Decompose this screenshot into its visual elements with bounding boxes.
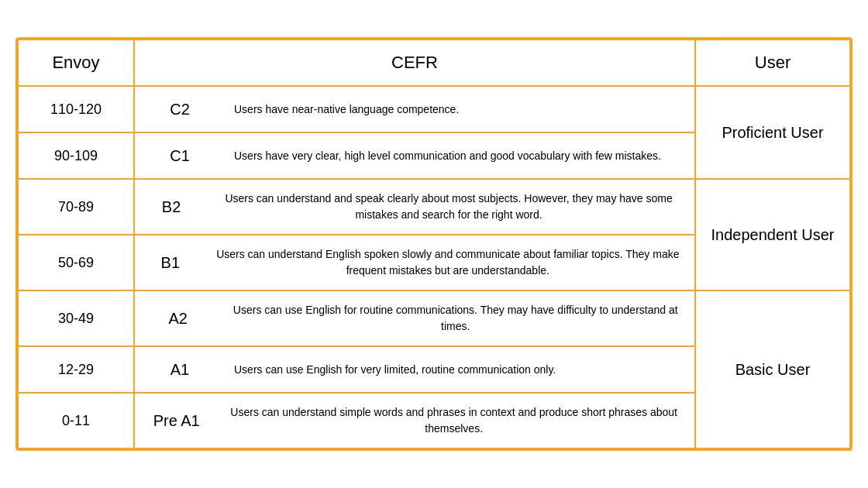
cell-envoy: 70-89 bbox=[18, 179, 134, 235]
cefr-description: Users have near-native language competen… bbox=[234, 101, 459, 118]
table-row: 110-120C2Users have near-native language… bbox=[18, 86, 850, 132]
cell-envoy: 90-109 bbox=[18, 132, 134, 179]
cefr-level: A2 bbox=[149, 307, 208, 330]
cefr-description: Users have very clear, high level commun… bbox=[234, 148, 661, 164]
cell-user-group: Basic User bbox=[695, 290, 850, 448]
cell-user-group: Proficient User bbox=[695, 86, 850, 179]
cell-cefr: B1Users can understand English spoken sl… bbox=[134, 235, 695, 290]
table-row: 70-89B2Users can understand and speak cl… bbox=[18, 179, 850, 235]
cefr-level: B2 bbox=[149, 195, 194, 218]
header-envoy: Envoy bbox=[18, 40, 134, 87]
cefr-level: C1 bbox=[149, 144, 211, 167]
cefr-description: Users can use English for routine commun… bbox=[231, 302, 680, 335]
cell-cefr: C1Users have very clear, high level comm… bbox=[134, 132, 695, 179]
cefr-level: C2 bbox=[149, 98, 211, 121]
header-row: Envoy CEFR User bbox=[18, 40, 850, 87]
header-cefr: CEFR bbox=[134, 40, 695, 87]
cefr-table: Envoy CEFR User 110-120C2Users have near… bbox=[16, 37, 852, 452]
cell-cefr: Pre A1Users can understand simple words … bbox=[134, 393, 695, 448]
main-table: Envoy CEFR User 110-120C2Users have near… bbox=[17, 39, 851, 450]
cell-cefr: B2Users can understand and speak clearly… bbox=[134, 179, 695, 235]
cefr-level: B1 bbox=[149, 251, 192, 274]
header-user: User bbox=[695, 40, 850, 87]
cell-envoy: 30-49 bbox=[18, 290, 134, 346]
cell-cefr: A1Users can use English for very limited… bbox=[134, 346, 695, 393]
cefr-description: Users can use English for very limited, … bbox=[234, 362, 556, 378]
cell-user-group: Independent User bbox=[695, 179, 850, 290]
cell-cefr: A2Users can use English for routine comm… bbox=[134, 290, 695, 346]
cell-envoy: 110-120 bbox=[18, 86, 134, 132]
cefr-description: Users can understand English spoken slow… bbox=[215, 246, 680, 279]
cell-envoy: 0-11 bbox=[18, 393, 134, 448]
cefr-level: Pre A1 bbox=[149, 409, 204, 432]
cell-cefr: C2Users have near-native language compet… bbox=[134, 86, 695, 132]
cefr-level: A1 bbox=[149, 358, 211, 381]
table-row: 30-49A2Users can use English for routine… bbox=[18, 290, 850, 346]
cell-envoy: 50-69 bbox=[18, 235, 134, 290]
cefr-description: Users can understand simple words and ph… bbox=[227, 404, 680, 437]
cefr-description: Users can understand and speak clearly a… bbox=[217, 191, 680, 223]
cell-envoy: 12-29 bbox=[18, 346, 134, 393]
